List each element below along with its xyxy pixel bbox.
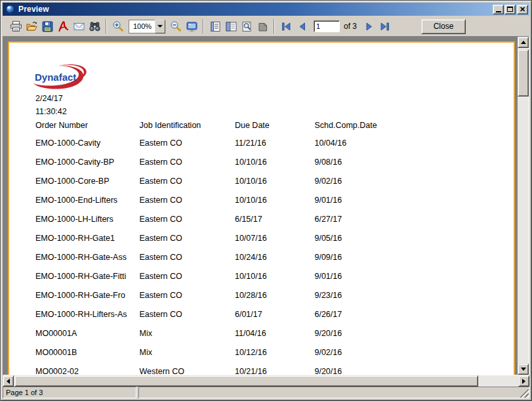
cell-order-number: EMO-1000-RH-Gate1 <box>35 234 137 243</box>
arrow-up-icon <box>521 41 526 44</box>
preview-window: Preview ✕ <box>0 0 532 401</box>
preview-canvas: Dynafact 2/24/17 11:30:42 Order Number J… <box>3 37 518 375</box>
pdf-icon <box>57 20 70 33</box>
cell-order-number: MO00001A <box>35 329 137 338</box>
cell-order-number: EMO-1000-Core-BP <box>35 177 137 186</box>
minimize-icon <box>496 11 501 12</box>
minimize-button[interactable] <box>493 5 504 14</box>
email-button[interactable] <box>71 18 87 34</box>
report-table: Order Number Job Identification Due Date… <box>35 121 507 375</box>
next-page-icon <box>363 20 375 33</box>
table-header-row: Order Number Job Identification Due Date… <box>35 121 507 138</box>
column-header-due-date: Due Date <box>235 121 312 130</box>
vertical-scrollbar[interactable] <box>518 37 529 375</box>
column-header-job-identification: Job Identification <box>139 121 232 130</box>
maximize-button[interactable] <box>504 5 516 14</box>
cell-due-date: 6/15/17 <box>235 215 312 224</box>
prev-page-button[interactable] <box>294 18 310 34</box>
zoom-dropdown-button[interactable] <box>155 20 165 33</box>
titlebar-close-button[interactable]: ✕ <box>517 5 528 14</box>
open-button[interactable] <box>24 18 39 34</box>
cell-schd-comp-date: 9/01/16 <box>314 196 393 205</box>
page-setup-button[interactable] <box>255 18 270 34</box>
horizontal-scrollbar[interactable] <box>3 375 529 387</box>
cell-due-date: 11/21/16 <box>235 138 312 148</box>
fit-screen-button[interactable] <box>184 18 199 34</box>
cell-schd-comp-date: 9/08/16 <box>314 158 393 167</box>
table-body: EMO-1000-Cavity Eastern CO 11/21/16 10/0… <box>35 138 507 375</box>
toolbar-separator <box>203 19 204 33</box>
chevron-down-icon <box>157 25 163 28</box>
cell-job-identification: Eastern CO <box>139 291 232 300</box>
last-page-button[interactable] <box>377 18 392 34</box>
search-expert-button[interactable] <box>239 18 255 34</box>
dynafact-logo: Dynafact <box>31 61 94 93</box>
cell-due-date: 10/12/16 <box>235 348 312 357</box>
table-row: EMO-1000-RH-Lifters-As Eastern CO 6/01/1… <box>35 310 507 329</box>
cell-job-identification: Eastern CO <box>139 138 232 148</box>
first-page-button[interactable] <box>278 18 294 34</box>
page-count-label: of 3 <box>344 22 357 31</box>
cell-due-date: 10/10/16 <box>235 272 312 281</box>
search-expert-icon <box>241 20 253 33</box>
cell-order-number: EMO-1000-RH-Gate-Fitti <box>35 272 137 281</box>
cell-job-identification: Eastern CO <box>139 272 232 281</box>
cell-due-date: 10/10/16 <box>235 177 312 186</box>
cell-job-identification: Eastern CO <box>139 253 232 262</box>
cell-schd-comp-date: 9/20/16 <box>314 329 393 338</box>
arrow-down-icon <box>521 368 526 371</box>
zoom-in-button[interactable] <box>110 18 126 34</box>
save-floppy-icon <box>41 20 54 33</box>
vertical-scroll-thumb[interactable] <box>518 49 529 96</box>
cell-order-number: EMO-1000-RH-Lifters-As <box>35 310 137 319</box>
table-row: EMO-1000-Cavity Eastern CO 11/21/16 10/0… <box>35 138 507 158</box>
cell-due-date: 10/21/16 <box>235 367 312 375</box>
cell-due-date: 10/28/16 <box>235 291 312 300</box>
table-row: MO00001B Mix 10/12/16 9/02/16 <box>35 348 507 367</box>
scroll-right-button[interactable] <box>518 375 529 387</box>
report-time: 11:30:42 <box>35 107 67 116</box>
scroll-left-button[interactable] <box>3 375 14 387</box>
cell-schd-comp-date: 9/02/16 <box>314 177 393 186</box>
find-button[interactable] <box>87 18 102 34</box>
save-button[interactable] <box>39 18 55 34</box>
cell-order-number: EMO-1000-RH-Gate-Ass <box>35 253 137 262</box>
arrow-left-icon <box>7 379 10 384</box>
print-button[interactable] <box>8 18 24 34</box>
binoculars-icon <box>89 20 101 33</box>
group-tree-button[interactable] <box>223 18 239 34</box>
scroll-up-button[interactable] <box>518 37 529 48</box>
cell-schd-comp-date: 9/05/16 <box>314 234 393 243</box>
scroll-down-button[interactable] <box>518 364 529 375</box>
cell-job-identification: Eastern CO <box>139 310 232 319</box>
preview-content-area: Dynafact 2/24/17 11:30:42 Order Number J… <box>3 36 529 375</box>
cell-schd-comp-date: 9/01/16 <box>314 272 393 281</box>
cell-schd-comp-date: 9/20/16 <box>314 367 393 375</box>
table-row: MO00001A Mix 11/04/16 9/20/16 <box>35 329 507 348</box>
cell-order-number: EMO-1000-End-Lifters <box>35 196 137 205</box>
report-style-button[interactable] <box>207 18 223 34</box>
cell-job-identification: Eastern CO <box>139 177 232 186</box>
cell-due-date: 10/10/16 <box>235 158 312 167</box>
page-number-input[interactable] <box>314 20 340 32</box>
toolbar: 100% <box>3 16 529 36</box>
zoom-out-icon <box>170 20 182 33</box>
last-page-icon <box>379 20 391 33</box>
window-title: Preview <box>18 5 493 14</box>
cell-due-date: 11/04/16 <box>235 329 312 338</box>
cell-job-identification: Eastern CO <box>139 215 232 224</box>
table-row: EMO-1000-End-Lifters Eastern CO 10/10/16… <box>35 196 507 215</box>
group-tree-icon <box>225 20 237 33</box>
export-pdf-button[interactable] <box>55 18 71 34</box>
close-icon: ✕ <box>520 6 525 13</box>
horizontal-scroll-thumb[interactable] <box>14 375 478 387</box>
preview-app-icon <box>5 5 15 14</box>
window-titlebar[interactable]: Preview ✕ <box>3 3 529 16</box>
zoom-out-button[interactable] <box>168 18 184 34</box>
close-button[interactable]: Close <box>421 19 466 34</box>
zoom-in-icon <box>112 20 125 33</box>
next-page-button[interactable] <box>361 18 377 34</box>
toolbar-separator <box>106 19 107 33</box>
monitor-icon <box>186 20 198 33</box>
zoom-combobox[interactable]: 100% <box>129 20 165 33</box>
